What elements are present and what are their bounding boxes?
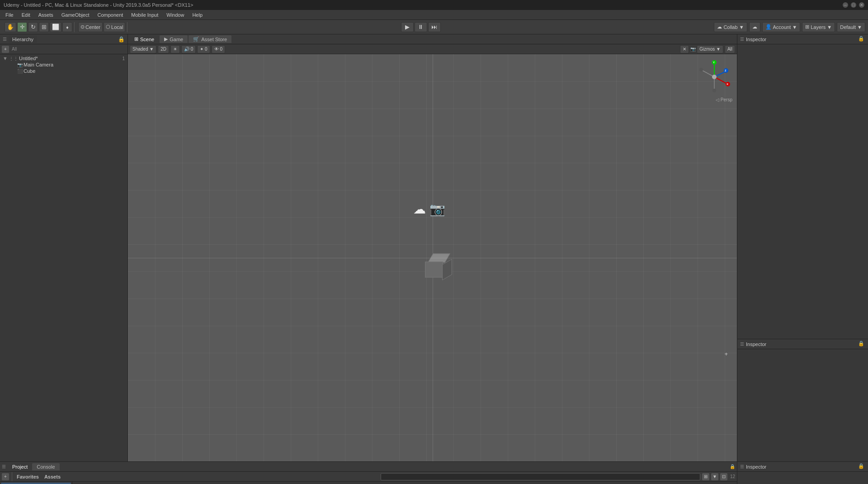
all-layers-button[interactable]: All (725, 45, 735, 53)
scene-icon-small: ⊞ (134, 36, 138, 42)
project-tab-project[interactable]: Project (8, 463, 32, 470)
effects-button[interactable]: ✦ 0 (197, 45, 210, 53)
menu-component[interactable]: Component (94, 11, 127, 19)
close-button[interactable]: ✕ (859, 2, 864, 8)
project-header-right: 🔒 (730, 464, 735, 469)
svg-point-13 (712, 75, 717, 79)
scene-tab-asset-store[interactable]: 🛒 Asset Store (189, 35, 231, 43)
hierarchy-item-main-camera[interactable]: 📷 Main Camera (1, 62, 127, 68)
project-view-toggle[interactable]: ⊞ (702, 473, 709, 480)
scene-tabs: ⊞ Scene ▶ Game 🛒 Asset Store (128, 34, 737, 44)
menu-edit[interactable]: Edit (18, 11, 34, 19)
main-layout: ☰ Hierarchy 🔒 + All ▼ ⋮⋮ Untitled* 1 📷 M… (0, 34, 868, 461)
hierarchy-toolbar: + All (0, 44, 127, 54)
svg-text:Y: Y (713, 61, 715, 64)
scene-close-button[interactable]: ✕ (680, 45, 689, 53)
window-controls: ─ □ ✕ (843, 2, 864, 8)
bottom-area: ☰ Project Console 🔒 + Favorites Assets ⊞… (0, 461, 868, 484)
hierarchy-panel: ☰ Hierarchy 🔒 + All ▼ ⋮⋮ Untitled* 1 📷 M… (0, 34, 128, 461)
hierarchy-content: ▼ ⋮⋮ Untitled* 1 📷 Main Camera ⬛ Cube (0, 54, 127, 461)
store-icon: 🛒 (193, 36, 199, 42)
scale-tool[interactable]: ⊞ (39, 22, 49, 32)
menu-mobile-input[interactable]: Mobile Input (127, 11, 162, 19)
project-lock-icon[interactable]: 🔒 (730, 464, 735, 469)
play-button[interactable]: ▶ (401, 22, 414, 32)
menu-help[interactable]: Help (189, 11, 206, 19)
menu-assets[interactable]: Assets (35, 11, 57, 19)
shading-button[interactable]: Shaded ▼ (130, 45, 156, 53)
project-tab-console[interactable]: Console (32, 463, 59, 470)
main-camera-label: Main Camera (24, 62, 53, 67)
scene-toolbar: Shaded ▼ 2D ☀ 🔊 0 ✦ 0 👁 0 ✕ 📷 Gizmos ▼ A… (128, 44, 737, 54)
scene-tab-label: Scene (140, 37, 154, 42)
project-search-input[interactable] (381, 473, 700, 480)
layout-button[interactable]: Default ▼ (837, 22, 865, 32)
project-content: ▼ 📁 Assets 📁 Animations 📁 EntityCache (0, 482, 737, 484)
menu-file[interactable]: File (2, 11, 17, 19)
center-button[interactable]: ⊙ Center (78, 22, 103, 32)
rect-tool[interactable]: ⬜ (50, 22, 61, 32)
svg-point-10 (699, 68, 703, 71)
scene-gizmo[interactable]: Y X Z (696, 59, 732, 95)
project-tabs: ☰ Project Console 🔒 (0, 462, 737, 472)
hierarchy-tab[interactable]: Hierarchy (9, 36, 37, 43)
scene-tab-game[interactable]: ▶ Game (160, 35, 188, 43)
bottom-inspector-header: ☰ Inspector 🔒 (737, 462, 868, 472)
svg-point-12 (712, 89, 716, 92)
bottom-inspector-lock[interactable]: 🔒 (858, 463, 865, 470)
hierarchy-lock[interactable]: 🔒 (118, 36, 125, 43)
layers-button[interactable]: ⊞ Layers ▼ (802, 22, 835, 32)
inspector-bottom-title: Inspector (746, 342, 766, 347)
step-button[interactable]: ⏭ (428, 22, 441, 32)
project-filter-button[interactable]: ▼ (711, 473, 718, 480)
minimize-button[interactable]: ─ (843, 2, 848, 8)
inspector-top-lock[interactable]: 🔒 (858, 36, 865, 43)
hierarchy-header: ☰ Hierarchy 🔒 (0, 34, 127, 44)
project-sort-button[interactable]: ⊡ (720, 473, 727, 480)
persp-label[interactable]: ◁ Persp (716, 97, 732, 102)
inspector-top: ☰ Inspector 🔒 (737, 34, 868, 339)
audio-button[interactable]: 🔊 0 (181, 45, 196, 53)
pivot-group: ⊙ Center ⬡ Local (76, 22, 127, 32)
menu-gameobject[interactable]: GameObject (58, 11, 93, 19)
inspector-top-header: ☰ Inspector 🔒 (737, 34, 868, 44)
scene-area: ⊞ Scene ▶ Game 🛒 Asset Store Shaded ▼ 2D… (128, 34, 737, 461)
collab-button[interactable]: ☁ Collab ▼ (714, 22, 747, 32)
add-hierarchy-button[interactable]: + (2, 46, 9, 53)
scene-tab-scene[interactable]: ⊞ Scene (130, 35, 159, 43)
cube-scene-object (425, 254, 452, 279)
cloud-button[interactable]: ☁ (749, 22, 760, 32)
toolbar-separator (12, 472, 12, 481)
menu-window[interactable]: Window (163, 11, 188, 19)
add-project-button[interactable]: + (2, 473, 9, 480)
account-button[interactable]: 👤 Account ▼ (762, 22, 801, 32)
assets-view: Animations EntityCache Models (72, 482, 737, 484)
inspector-bottom-panel: ☰ Inspector 🔒 (737, 339, 868, 461)
hand-tool[interactable]: ✋ (5, 22, 16, 32)
local-button[interactable]: ⬡ Local (104, 22, 125, 32)
hierarchy-item-untitled[interactable]: ▼ ⋮⋮ Untitled* 1 (1, 55, 127, 62)
2d-button[interactable]: 2D (158, 45, 169, 53)
right-toolbar-group: ☁ Collab ▼ ☁ 👤 Account ▼ ⊞ Layers ▼ Defa… (714, 22, 865, 32)
rotate-tool[interactable]: ↻ (28, 22, 38, 32)
scene-count: 1 (122, 56, 125, 61)
camera-icon-toolbar: 📷 (690, 47, 696, 52)
hierarchy-item-cube[interactable]: ⬛ Cube (1, 68, 127, 74)
game-icon: ▶ (164, 36, 168, 42)
gizmos-button[interactable]: Gizmos ▼ (697, 45, 723, 53)
custom-tool[interactable]: ⬧ (62, 22, 72, 32)
hidden-button[interactable]: 👁 0 (212, 45, 225, 53)
svg-text:Z: Z (725, 69, 726, 72)
cube-icon: ⬛ (17, 69, 23, 74)
inspector-bottom-lock[interactable]: 🔒 (858, 341, 865, 348)
pause-button[interactable]: ⏸ (415, 22, 427, 32)
move-tool[interactable]: ✛ (17, 22, 27, 32)
project-toolbar: + Favorites Assets ⊞ ▼ ⊡ 12 (0, 472, 737, 482)
restore-button[interactable]: □ (851, 2, 856, 8)
lighting-button[interactable]: ☀ (170, 45, 180, 53)
project-count: 12 (730, 474, 735, 479)
scene-view[interactable]: ☁ 📷 Y (128, 54, 737, 461)
title-bar: Udemy - Untitled - PC, Mac & Linux Stand… (0, 0, 868, 10)
center-vertical-line (433, 54, 433, 461)
svg-text:X: X (726, 83, 728, 85)
